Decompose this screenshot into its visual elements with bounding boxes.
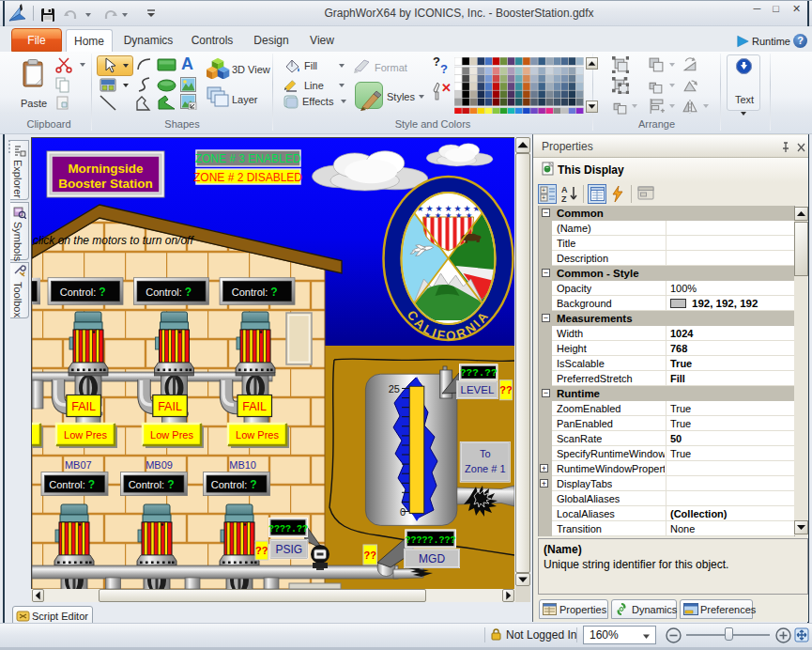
svg-text:Z: Z [561,194,567,203]
svg-text:PSIG: PSIG [276,543,303,556]
svg-text:MGD: MGD [419,552,445,565]
svg-text:?: ? [99,286,105,299]
svg-text:MB10: MB10 [229,459,256,471]
svg-text:Control:: Control: [232,286,268,298]
svg-text:★: ★ [435,211,441,220]
svg-text:To: To [480,448,491,459]
svg-text:MB09: MB09 [146,459,173,471]
svg-text:?: ? [250,478,256,491]
svg-text:Zone # 1: Zone # 1 [465,463,505,474]
svg-text:????.??: ????.?? [268,524,308,534]
svg-text:?: ? [167,478,174,491]
svg-text:click on the motors to turn on: click on the motors to turn on/off [33,234,194,247]
svg-text:ZONE # 2 DISABLED: ZONE # 2 DISABLED [193,171,302,184]
svg-text:?: ? [185,286,192,299]
svg-text:?: ? [270,286,277,299]
svg-text:25: 25 [389,383,400,395]
svg-text:FAIL: FAIL [71,400,96,413]
svg-text:Control:: Control: [129,479,165,490]
svg-text:?: ? [88,478,95,491]
svg-text:Low Pres: Low Pres [150,429,193,441]
svg-text:ZONE # 3 ENABLED: ZONE # 3 ENABLED [195,152,301,165]
svg-text:???.??: ???.?? [460,367,498,379]
svg-text:??: ?? [364,549,377,561]
svg-text:Control:: Control: [60,286,97,298]
svg-text:Morningside: Morningside [68,162,144,176]
svg-text:FAIL: FAIL [158,400,182,413]
svg-text:?????.???: ?????.??? [406,535,456,546]
svg-text:Low Pres: Low Pres [236,429,279,441]
svg-text:FAIL: FAIL [242,400,267,413]
svg-text:LEVEL: LEVEL [460,384,494,395]
svg-text:★: ★ [455,211,462,220]
svg-text:??: ?? [499,384,513,395]
svg-text:Low Pres: Low Pres [64,429,107,441]
svg-text:★: ★ [466,211,472,220]
svg-text:MB07: MB07 [65,459,92,471]
svg-text:0: 0 [400,506,406,518]
svg-text:★: ★ [445,211,452,220]
svg-text:Booster Station: Booster Station [58,177,153,191]
svg-text:Control:: Control: [146,286,182,298]
svg-text:A: A [561,185,568,194]
svg-text:★: ★ [424,211,431,220]
svg-text:??: ?? [255,545,268,556]
svg-text:Control:: Control: [211,479,248,490]
svg-text:+: + [542,194,545,201]
svg-text:Control:: Control: [49,479,85,490]
svg-text:+: + [542,187,545,193]
